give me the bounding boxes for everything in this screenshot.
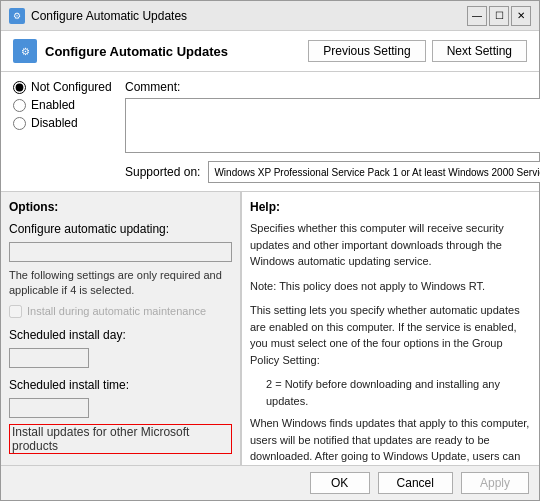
title-bar-left: ⚙ Configure Automatic Updates (9, 8, 187, 24)
configure-updating-dropdown[interactable] (9, 242, 232, 262)
scheduled-day-label: Scheduled install day: (9, 328, 232, 342)
header-bar: ⚙ Configure Automatic Updates Previous S… (1, 31, 539, 72)
help-para-0: Specifies whether this computer will rec… (250, 220, 531, 270)
comment-textbox[interactable] (125, 98, 540, 153)
header-title: Configure Automatic Updates (45, 44, 228, 59)
apply-button[interactable]: Apply (461, 472, 529, 494)
scheduled-day-dropdown[interactable] (9, 348, 89, 368)
radio-disabled-input[interactable] (13, 117, 26, 130)
install-maintenance-checkbox[interactable] (9, 305, 22, 318)
help-text: Specifies whether this computer will rec… (250, 220, 531, 465)
scheduled-time-label: Scheduled install time: (9, 378, 232, 392)
close-button[interactable]: ✕ (511, 6, 531, 26)
supported-label: Supported on: (125, 165, 200, 179)
main-window: ⚙ Configure Automatic Updates — ☐ ✕ ⚙ Co… (0, 0, 540, 501)
help-para-4: When Windows finds updates that apply to… (250, 415, 531, 465)
install-maintenance-label: Install during automatic maintenance (27, 305, 206, 317)
help-panel: Help: Specifies whether this computer wi… (241, 192, 539, 465)
title-buttons: — ☐ ✕ (467, 6, 531, 26)
cancel-button[interactable]: Cancel (378, 472, 453, 494)
header-buttons: Previous Setting Next Setting (308, 40, 527, 62)
scheduled-time-dropdown[interactable] (9, 398, 89, 418)
help-title: Help: (250, 200, 531, 214)
window-title: Configure Automatic Updates (31, 9, 187, 23)
ok-button[interactable]: OK (310, 472, 370, 494)
bottom-bar: OK Cancel Apply (1, 465, 539, 500)
title-bar: ⚙ Configure Automatic Updates — ☐ ✕ (1, 1, 539, 31)
comment-area: Comment: Supported on: Windows XP Profes… (125, 80, 540, 183)
radio-enabled-label: Enabled (31, 98, 75, 112)
header-icon: ⚙ (13, 39, 37, 63)
configure-updating-label: Configure automatic updating: (9, 222, 232, 236)
option-note: The following settings are only required… (9, 268, 232, 299)
radio-disabled-label: Disabled (31, 116, 78, 130)
minimize-button[interactable]: — (467, 6, 487, 26)
radio-group: Not Configured Enabled Disabled (13, 80, 113, 183)
next-setting-button[interactable]: Next Setting (432, 40, 527, 62)
radio-disabled[interactable]: Disabled (13, 116, 113, 130)
comment-label: Comment: (125, 80, 540, 94)
supported-value: Windows XP Professional Service Pack 1 o… (208, 161, 540, 183)
help-para-2: This setting lets you specify whether au… (250, 302, 531, 368)
radio-enabled-input[interactable] (13, 99, 26, 112)
help-para-1: Note: This policy does not apply to Wind… (250, 278, 531, 295)
radio-not-configured-input[interactable] (13, 81, 26, 94)
config-section: Not Configured Enabled Disabled Comment:… (1, 72, 539, 192)
options-title: Options: (9, 200, 232, 214)
supported-row: Supported on: Windows XP Professional Se… (125, 161, 540, 183)
radio-not-configured-label: Not Configured (31, 80, 112, 94)
help-para-3: 2 = Notify before downloading and instal… (266, 376, 531, 409)
radio-enabled[interactable]: Enabled (13, 98, 113, 112)
install-updates-link[interactable]: Install updates for other Microsoft prod… (9, 424, 232, 454)
maximize-button[interactable]: ☐ (489, 6, 509, 26)
radio-not-configured[interactable]: Not Configured (13, 80, 113, 94)
install-maintenance-row[interactable]: Install during automatic maintenance (9, 305, 232, 318)
main-content: Options: Configure automatic updating: T… (1, 192, 539, 465)
previous-setting-button[interactable]: Previous Setting (308, 40, 425, 62)
window-icon: ⚙ (9, 8, 25, 24)
options-panel: Options: Configure automatic updating: T… (1, 192, 241, 465)
